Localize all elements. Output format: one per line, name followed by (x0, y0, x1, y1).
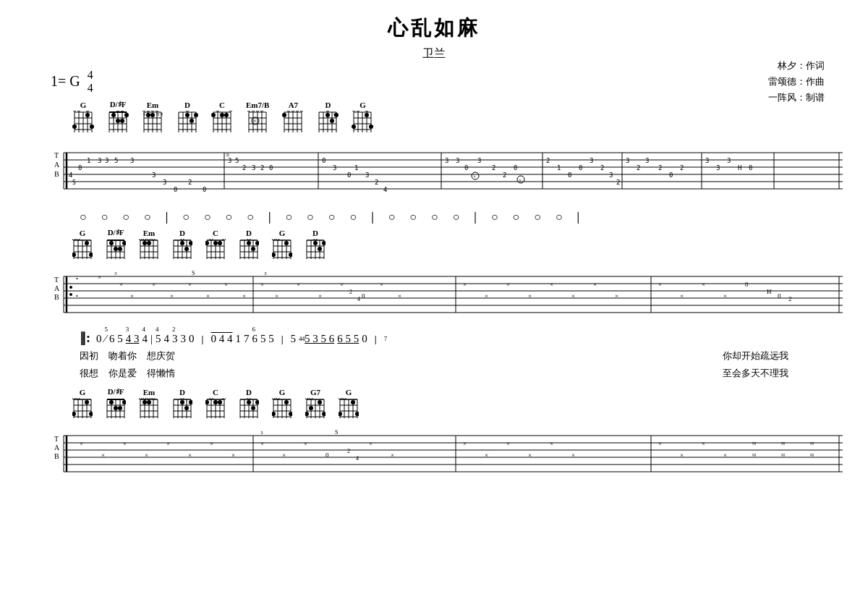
page: 心乱如麻 卫兰 林夕：作词 雷颂德：作曲 一阵风：制谱 1= G 4 4 G (0, 0, 868, 602)
svg-point-224 (72, 239, 75, 240)
svg-text:A: A (54, 444, 60, 452)
svg-text:3: 3 (152, 171, 156, 179)
chord-D: D × × (176, 101, 198, 134)
svg-text:×: × (304, 440, 307, 447)
svg-point-24 (116, 111, 119, 111)
svg-point-251 (139, 239, 142, 240)
svg-text:×: × (463, 281, 467, 288)
svg-text:×: × (380, 281, 383, 288)
svg-point-89 (256, 111, 259, 111)
chord-D2: D × × H (317, 101, 339, 134)
svg-text:×: × (680, 292, 684, 300)
svg-point-226 (72, 253, 76, 257)
svg-text:×: × (340, 281, 344, 288)
svg-point-427 (152, 398, 155, 399)
svg-text:×: × (391, 452, 394, 459)
svg-text:×: × (615, 292, 618, 300)
svg-text:3: 3 (333, 164, 336, 171)
svg-text:×: × (166, 440, 170, 447)
chord-D2-s2: D × × (239, 229, 259, 260)
chord-D-s3: D × × (172, 388, 192, 420)
svg-point-457 (205, 400, 209, 404)
lyrics-left-2: 很想你是爱得懒惰 (80, 367, 175, 380)
svg-point-60 (185, 113, 190, 117)
svg-point-73 (216, 111, 219, 111)
svg-point-225 (77, 239, 80, 240)
svg-point-299 (247, 241, 251, 245)
svg-point-300 (251, 247, 255, 251)
svg-point-472 (247, 400, 251, 404)
svg-point-254 (152, 239, 155, 240)
svg-text:×: × (80, 440, 83, 447)
svg-text:0: 0 (269, 164, 273, 171)
svg-point-40 (147, 111, 150, 111)
svg-text:3: 3 (365, 171, 369, 179)
svg-text:×: × (318, 111, 321, 113)
svg-text:0: 0 (464, 164, 468, 171)
svg-point-329 (318, 247, 322, 251)
svg-text:3: 3 (456, 157, 459, 164)
svg-text:3: 3 (477, 157, 481, 164)
svg-text:×: × (310, 239, 313, 241)
lyrics-right-2: 至会多天不理我 (723, 367, 788, 380)
svg-text:×: × (152, 281, 156, 288)
svg-text:×: × (188, 452, 192, 459)
svg-text:T: T (54, 435, 59, 443)
transcriber: 一阵风：制谱 (768, 90, 825, 106)
svg-point-413 (118, 406, 122, 410)
svg-point-513 (339, 398, 341, 399)
svg-point-136 (352, 124, 356, 129)
chord-C-s3: C × (205, 388, 226, 420)
svg-text:•: • (76, 293, 78, 300)
svg-point-10 (77, 111, 80, 111)
svg-point-120 (326, 113, 330, 117)
svg-text:0: 0 (174, 186, 177, 193)
svg-text:×: × (306, 239, 309, 241)
svg-text:×: × (239, 398, 242, 400)
svg-point-444 (189, 400, 192, 404)
svg-point-412 (114, 406, 118, 410)
svg-text:×: × (463, 440, 467, 447)
svg-point-121 (330, 119, 334, 123)
svg-point-26 (111, 113, 116, 117)
svg-text:×: × (253, 118, 257, 124)
svg-point-515 (339, 412, 342, 416)
svg-point-441 (181, 398, 184, 399)
svg-point-499 (310, 398, 312, 399)
svg-text:2: 2 (546, 157, 550, 164)
svg-text:P: P (161, 112, 163, 116)
svg-text:×: × (145, 452, 148, 459)
svg-point-342 (69, 286, 72, 289)
svg-text:×: × (206, 398, 209, 400)
svg-text:≈: ≈ (810, 451, 814, 459)
svg-text:×: × (658, 440, 662, 447)
svg-point-301 (255, 241, 259, 245)
svg-text:×: × (323, 111, 326, 113)
svg-text:×: × (177, 398, 180, 400)
svg-text:×: × (260, 281, 264, 288)
svg-point-500 (305, 412, 309, 416)
svg-text:×: × (242, 292, 246, 300)
svg-point-425 (143, 398, 146, 399)
svg-point-411 (109, 400, 114, 404)
svg-text:×: × (170, 292, 174, 300)
svg-point-399 (72, 412, 76, 416)
svg-point-498 (305, 398, 308, 399)
svg-text:×: × (593, 281, 597, 288)
svg-text:≈: ≈ (810, 439, 814, 447)
svg-text:S: S (192, 270, 195, 276)
svg-point-29 (124, 113, 129, 117)
svg-text:×: × (506, 440, 510, 447)
svg-text:4: 4 (356, 455, 359, 462)
svg-text:×: × (239, 239, 242, 241)
chord-G-s2: G (72, 229, 93, 260)
chord-D-F: D/♯F (107, 100, 129, 134)
svg-text:×: × (173, 239, 176, 241)
svg-point-11 (86, 111, 89, 111)
svg-text:×: × (98, 274, 101, 281)
svg-text:≈: ≈ (752, 439, 757, 447)
svg-text:S: S (143, 112, 145, 116)
svg-text:3: 3 (163, 179, 166, 186)
svg-text:×: × (284, 111, 286, 113)
svg-point-41 (151, 111, 154, 111)
